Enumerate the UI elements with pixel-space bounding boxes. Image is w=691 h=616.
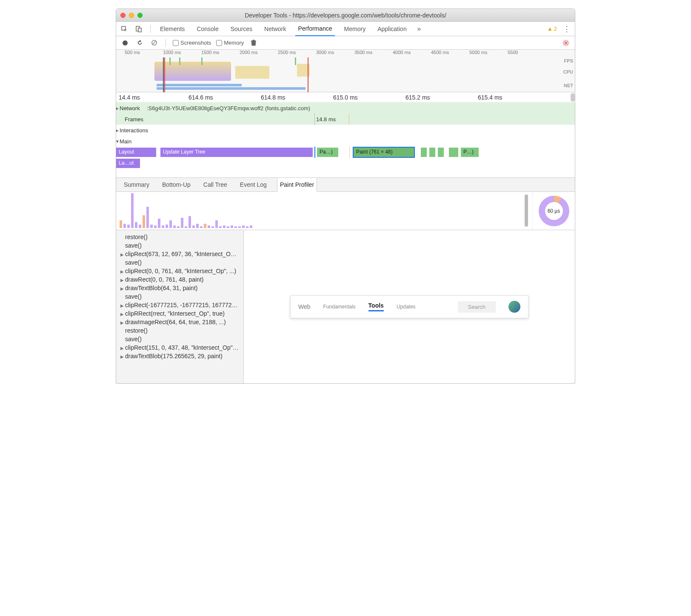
- layout-block[interactable]: Layout: [116, 148, 156, 157]
- overview-handle-right[interactable]: [308, 57, 308, 92]
- paint-bar[interactable]: [192, 225, 195, 228]
- reload-record-button[interactable]: [135, 38, 144, 48]
- detail-tab-call-tree[interactable]: Call Tree: [201, 177, 230, 192]
- disclosure-triangle-icon[interactable]: ▶: [120, 320, 124, 325]
- paint-command-row[interactable]: ▶restore(): [116, 326, 243, 335]
- paint-command-row[interactable]: ▶save(): [116, 292, 243, 301]
- avatar[interactable]: [508, 301, 520, 313]
- paint-bar[interactable]: [158, 219, 160, 228]
- paint-command-bars[interactable]: [116, 192, 532, 230]
- paint-small-1[interactable]: [421, 148, 427, 157]
- paint-command-row[interactable]: ▶drawRect(0, 0, 761, 48, paint): [116, 275, 243, 284]
- disclosure-triangle-icon[interactable]: ▶: [120, 278, 124, 282]
- paint-bar[interactable]: [143, 215, 145, 228]
- trash-icon[interactable]: [249, 38, 258, 48]
- tab-sources[interactable]: Sources: [228, 22, 255, 36]
- paint-bar[interactable]: [246, 226, 248, 228]
- paint-bar[interactable]: [146, 207, 149, 228]
- disclosure-triangle-icon[interactable]: ▶: [120, 286, 124, 291]
- preview-nav-updates[interactable]: Updates: [397, 304, 416, 310]
- paint-bar[interactable]: [177, 226, 180, 228]
- tab-console[interactable]: Console: [194, 22, 221, 36]
- more-tabs-icon[interactable]: »: [414, 24, 424, 34]
- disclosure-triangle-icon[interactable]: ▶: [120, 269, 124, 274]
- disclosure-triangle-icon[interactable]: ▶: [120, 252, 124, 257]
- paint-bar[interactable]: [196, 224, 199, 228]
- disclosure-triangle-icon[interactable]: ▶: [120, 354, 124, 359]
- more-menu-icon[interactable]: ⋮: [562, 24, 571, 34]
- detail-tab-paint-profiler[interactable]: Paint Profiler: [277, 177, 317, 192]
- frames-track[interactable]: Frames 14.8 ms: [116, 114, 575, 125]
- paint-bar[interactable]: [204, 224, 206, 228]
- disclosure-triangle-icon[interactable]: ▶: [120, 303, 124, 308]
- paint-command-row[interactable]: ▶drawTextBlob(175.265625, 29, paint): [116, 352, 243, 360]
- paint-bar[interactable]: [162, 225, 164, 228]
- paint-command-row[interactable]: ▶clipRect(-16777215, -16777215, 16777215…: [116, 301, 243, 309]
- paint-command-row[interactable]: ▶clipRect(673, 12, 697, 36, "kIntersect_…: [116, 250, 243, 258]
- detail-tab-bottom-up[interactable]: Bottom-Up: [160, 177, 193, 192]
- paint-bar[interactable]: [200, 226, 203, 228]
- paint-command-list[interactable]: ▶restore()▶save()▶clipRect(673, 12, 697,…: [116, 230, 244, 383]
- memory-checkbox[interactable]: Memory: [216, 40, 244, 46]
- device-toggle-icon[interactable]: [134, 24, 143, 34]
- strip-range-handle[interactable]: [525, 194, 528, 227]
- paint-bar[interactable]: [166, 225, 168, 228]
- network-track[interactable]: ▶ Network :S6g4U3t-Y5UEw0lE80llgEseQY3FE…: [116, 103, 575, 114]
- record-button[interactable]: [120, 38, 130, 48]
- paint-bar[interactable]: [173, 225, 176, 228]
- paint-profiler-strip[interactable]: 60 µs: [116, 192, 575, 230]
- preview-nav-tools[interactable]: Tools: [368, 302, 384, 311]
- preview-search[interactable]: Search: [458, 301, 496, 313]
- paint-small-2[interactable]: [429, 148, 435, 157]
- overview-handle-left[interactable]: [163, 57, 164, 92]
- paint-bar[interactable]: [135, 222, 137, 228]
- paint-bar[interactable]: [211, 226, 214, 228]
- paint-bar[interactable]: [123, 224, 126, 228]
- preview-nav-fundamentals[interactable]: Fundamentals: [323, 304, 356, 310]
- paint-bar[interactable]: [185, 226, 187, 228]
- flame-scrollbar[interactable]: [571, 93, 575, 102]
- preview-nav-web[interactable]: Web: [298, 303, 311, 310]
- paint-bar[interactable]: [150, 225, 153, 228]
- paint-bar[interactable]: [139, 225, 141, 228]
- paint-bar[interactable]: [181, 218, 183, 228]
- disclosure-triangle-icon[interactable]: ▼: [116, 139, 120, 144]
- paint-bar[interactable]: [242, 225, 245, 228]
- flame-chart[interactable]: 14.4 ms614.6 ms614.8 ms615.0 ms615.2 ms6…: [116, 92, 575, 177]
- disclosure-triangle-icon[interactable]: ▶: [116, 106, 119, 111]
- paint-small-4[interactable]: [449, 148, 458, 157]
- tab-memory[interactable]: Memory: [342, 22, 368, 36]
- paint-block-1[interactable]: Pa…): [317, 148, 338, 157]
- disclosure-triangle-icon[interactable]: ▶: [116, 128, 119, 133]
- inspect-icon[interactable]: [120, 24, 129, 34]
- paint-bar[interactable]: [234, 226, 237, 228]
- timeline-overview[interactable]: 500 ms1000 ms1500 ms2000 ms2500 ms3000 m…: [116, 50, 575, 92]
- paint-command-row[interactable]: ▶drawImageRect(64, 64, true, 2188, ...): [116, 318, 243, 326]
- tab-application[interactable]: Application: [375, 22, 409, 36]
- interactions-track[interactable]: ▶ Interactions: [116, 125, 575, 136]
- disclosure-triangle-icon[interactable]: ▶: [120, 346, 124, 351]
- paint-bar[interactable]: [169, 220, 172, 228]
- screenshots-checkbox[interactable]: Screenshots: [173, 40, 211, 46]
- detail-tab-summary[interactable]: Summary: [121, 177, 152, 192]
- paint-bar[interactable]: [208, 225, 210, 228]
- paint-command-row[interactable]: ▶drawTextBlob(64, 31, paint): [116, 284, 243, 292]
- paint-bar[interactable]: [250, 225, 252, 228]
- paint-command-row[interactable]: ▶clipRect(151, 0, 437, 48, "kIntersect_O…: [116, 343, 243, 352]
- paint-bar[interactable]: [227, 226, 229, 228]
- paint-bar[interactable]: [219, 226, 222, 228]
- tab-performance[interactable]: Performance: [295, 22, 334, 36]
- paint-command-row[interactable]: ▶save(): [116, 258, 243, 267]
- paint-block-selected[interactable]: Paint (761 × 48): [354, 148, 414, 157]
- detail-tab-event-log[interactable]: Event Log: [237, 177, 269, 192]
- paint-command-row[interactable]: ▶clipRect(0, 0, 761, 48, "kIntersect_Op"…: [116, 267, 243, 275]
- disclosure-triangle-icon[interactable]: ▶: [120, 312, 124, 317]
- paint-bar[interactable]: [154, 225, 157, 228]
- paint-bar[interactable]: [120, 220, 122, 228]
- paint-small-3[interactable]: [438, 148, 444, 157]
- paint-bar[interactable]: [131, 193, 134, 228]
- paint-command-row[interactable]: ▶clipRRect(rrect, "kIntersect_Op", true): [116, 309, 243, 318]
- clear-button[interactable]: [149, 38, 159, 48]
- paint-bar[interactable]: [188, 216, 191, 228]
- paint-bar[interactable]: [238, 226, 241, 228]
